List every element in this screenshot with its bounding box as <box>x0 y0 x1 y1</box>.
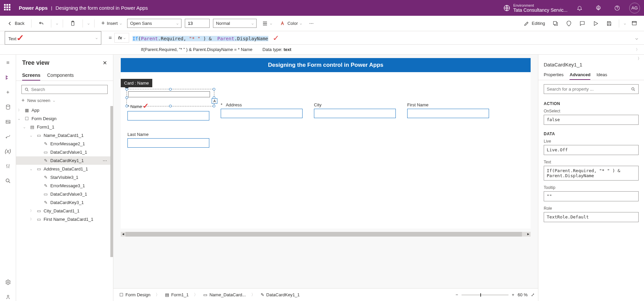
user-avatar[interactable]: AG <box>629 3 640 13</box>
paste-split-icon[interactable]: ⌵ <box>88 21 90 25</box>
zoom-in-icon[interactable]: + <box>512 292 515 297</box>
rail-media-icon[interactable] <box>4 118 12 126</box>
font-family-dropdown[interactable]: Open Sans⌵ <box>127 19 181 28</box>
font-size-input[interactable] <box>185 19 210 28</box>
search-icon <box>631 87 636 92</box>
share-icon[interactable] <box>550 19 560 28</box>
props-tab-advanced[interactable]: Advanced <box>570 70 590 80</box>
field-city[interactable]: City <box>314 102 396 120</box>
zoom-level: 60 % <box>518 292 528 297</box>
tree-node-address-datacard[interactable]: ⌵▭Address_DataCard1_1 <box>16 165 113 173</box>
props-tab-ideas[interactable]: Ideas <box>596 70 607 80</box>
tree-search-input[interactable] <box>21 85 108 94</box>
formula-datatype: Data type: text <box>263 47 291 52</box>
environment-picker[interactable]: Environment Tata Consultancy Servic... <box>503 3 568 13</box>
close-tree-icon[interactable]: ✕ <box>103 60 107 66</box>
prop-value-text[interactable]: If(Parent.Required, "* " ) & Parent.Disp… <box>544 166 639 181</box>
rail-search-icon[interactable] <box>4 177 12 185</box>
align-button[interactable]: ⌵ <box>260 19 274 28</box>
checker-icon[interactable] <box>564 19 574 28</box>
editing-mode-button[interactable]: Editing <box>522 19 547 28</box>
breadcrumb-datacardkey[interactable]: ✎DataCardKey1_1 <box>258 291 303 299</box>
paste-button[interactable] <box>68 19 78 28</box>
tree-scrollbar[interactable] <box>110 106 113 257</box>
breadcrumb-form1[interactable]: ▤Form1_1 <box>162 291 191 299</box>
more-toolbar-icon[interactable]: ⋯ <box>307 19 316 27</box>
result-next-icon[interactable]: 〉 <box>636 47 639 52</box>
expand-formula-icon[interactable]: ⌵ <box>629 35 644 41</box>
svg-point-11 <box>7 282 9 283</box>
field-address[interactable]: * Address <box>221 102 303 120</box>
tree-node-datacardkey3[interactable]: ✎DataCardKey3_1 <box>16 198 113 207</box>
breadcrumb-form-design[interactable]: ☐Form Design <box>117 291 153 299</box>
rail-variables-icon[interactable]: (x) <box>4 147 12 155</box>
color-button[interactable]: Color ⌵ <box>277 19 304 28</box>
svg-point-13 <box>25 88 28 90</box>
tree-node-form-design[interactable]: ⌵☐Form Design <box>16 114 113 123</box>
comments-icon[interactable] <box>577 19 587 28</box>
formula-input[interactable]: If(Parent.Required, "* " ) & Parent.Disp… <box>129 34 629 42</box>
tree-node-name-datacard[interactable]: ⌵▭Name_DataCard1_1 <box>16 131 113 140</box>
tree-node-city-datacard[interactable]: 〉▭City_DataCard1_1 <box>16 207 113 215</box>
svg-rect-7 <box>632 21 636 22</box>
draft-indicator-icon[interactable]: A <box>212 98 217 104</box>
rail-hamburger-icon[interactable]: ≡ <box>4 59 12 67</box>
prop-value-live[interactable]: Live.Off <box>544 145 639 155</box>
new-screen-button[interactable]: +New screen⌵ <box>21 97 108 103</box>
canvas-horizontal-scrollbar[interactable]: ◀ ▶ <box>121 232 531 237</box>
tree-node-form1[interactable]: ⌵▤Form1_1 <box>16 123 113 131</box>
insert-button[interactable]: + Insert ⌵ <box>99 18 124 28</box>
tab-components[interactable]: Components <box>47 70 73 81</box>
props-scroll-up-icon[interactable]: 〉 <box>538 55 644 61</box>
rail-ai-icon[interactable] <box>4 293 12 301</box>
rail-settings-icon[interactable] <box>4 278 12 286</box>
save-split-icon[interactable]: ⌵ <box>624 21 626 25</box>
rail-tools-icon[interactable] <box>4 162 12 170</box>
back-button[interactable]: Back <box>5 19 26 28</box>
svg-rect-6 <box>632 21 636 25</box>
tree-node-starvisible3[interactable]: ✎StarVisible3_1 <box>16 173 113 182</box>
props-search-input[interactable] <box>544 84 639 94</box>
tree-item-more-icon[interactable]: ⋯ <box>103 158 107 163</box>
font-weight-dropdown[interactable]: Normal⌵ <box>213 19 257 28</box>
rail-flow-icon[interactable] <box>4 133 12 141</box>
app-title: Power Apps <box>19 5 48 11</box>
tree-node-app[interactable]: 〉▦App <box>16 106 113 114</box>
tree-node-datacardkey1[interactable]: ✎DataCardKey1_1⋯ <box>16 156 113 165</box>
tree-node-errormsg3[interactable]: ✎ErrorMessage3_1 <box>16 182 113 190</box>
prop-value-onselect[interactable]: false <box>544 115 639 125</box>
breadcrumb-name-datacard[interactable]: ▭Name_DataCard... <box>201 291 248 299</box>
rail-data-icon[interactable] <box>4 103 12 111</box>
fx-button[interactable]: fx⌵ <box>114 33 129 43</box>
svg-point-12 <box>7 295 9 297</box>
settings-icon[interactable] <box>592 1 605 15</box>
svg-point-14 <box>632 88 634 90</box>
zoom-out-icon[interactable]: − <box>455 292 458 297</box>
tab-screens[interactable]: Screens <box>22 70 40 81</box>
tree-node-errormsg2[interactable]: ✎ErrorMessage2_1 <box>16 140 113 148</box>
save-icon[interactable] <box>604 19 614 28</box>
card-tooltip: Card : Name <box>121 79 152 87</box>
rail-insert-icon[interactable]: + <box>4 88 12 96</box>
fit-screen-icon[interactable]: ⤢ <box>531 292 535 297</box>
field-last-name[interactable]: Last Name <box>127 132 209 148</box>
notifications-icon[interactable] <box>573 1 586 15</box>
property-selector[interactable]: Text ✓ ⌵ <box>5 31 101 45</box>
app-launcher-icon[interactable] <box>4 4 12 12</box>
tree-node-datacardvalue1[interactable]: ▭DataCardValue1_1 <box>16 148 113 156</box>
publish-icon[interactable] <box>629 19 639 28</box>
undo-split-icon[interactable]: ⌵ <box>56 21 58 25</box>
zoom-slider[interactable] <box>462 295 508 295</box>
prop-value-role[interactable]: TextRole.Default <box>544 212 639 222</box>
tree-node-datacardvalue3[interactable]: ▭DataCardValue3_1 <box>16 190 113 198</box>
equals-sign: = <box>109 35 112 41</box>
props-tab-properties[interactable]: Properties <box>544 70 564 80</box>
field-first-name[interactable]: First Name <box>407 102 489 120</box>
rail-tree-icon[interactable] <box>4 73 12 82</box>
tree-node-firstname-datacard[interactable]: 〉▭First Name_DataCard1_1 <box>16 215 113 223</box>
preview-icon[interactable] <box>591 19 601 28</box>
undo-button[interactable] <box>36 19 46 28</box>
prop-value-tooltip[interactable]: "" <box>544 191 639 201</box>
prop-label-text: Text <box>544 160 639 164</box>
help-icon[interactable] <box>610 1 624 15</box>
